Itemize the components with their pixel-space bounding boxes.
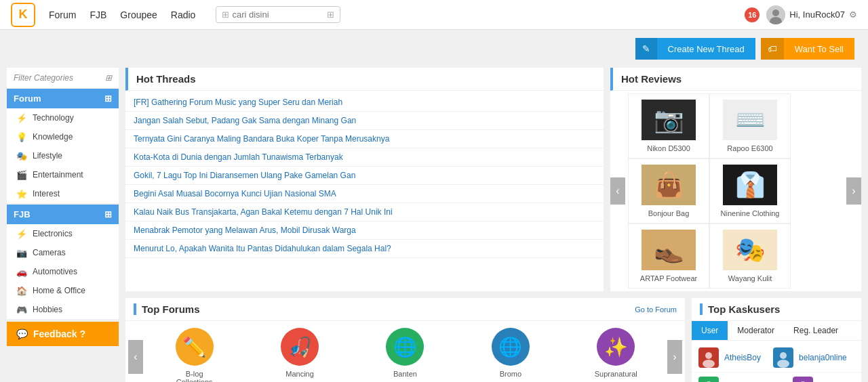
kaskuser-avatar-tempek	[698, 377, 719, 382]
fjb-expand-icon: ⊞	[104, 209, 112, 219]
kaskuser-name-atheisboy: AtheisBoy	[724, 353, 761, 362]
review-item-nikon[interactable]: 📷 Nikon D5300	[628, 93, 709, 158]
go-to-forum-link[interactable]: Go to Forum	[635, 305, 677, 314]
svg-point-12	[793, 377, 813, 382]
svg-point-5	[703, 360, 715, 368]
nav-forum[interactable]: Forum	[49, 9, 76, 20]
sidebar-item-home-office[interactable]: 🏠 Home & Office	[7, 281, 119, 300]
review-label-nikon: Nikon D5300	[634, 144, 703, 152]
reviews-next-button[interactable]: ›	[846, 177, 861, 205]
sidebar-item-hobbies[interactable]: 🎮 Hobbies	[7, 300, 119, 319]
hot-threads-panel: Hot Threads [FR] Gathering Forum Music y…	[125, 68, 604, 291]
review-item-footwear[interactable]: 👞 ARTAP Footwear	[628, 224, 709, 289]
forum-icon-blog: ✏️	[176, 328, 214, 366]
search-icon-right: ⊞	[327, 9, 334, 20]
thread-item[interactable]: Menurut Lo, Apakah Wanita Itu Pantas Did…	[125, 240, 604, 258]
review-item-clothing[interactable]: 👔 Ninenine Clothing	[709, 158, 791, 224]
search-icon-left: ⊞	[222, 9, 229, 20]
tab-moderator[interactable]: Moderator	[728, 321, 784, 340]
home-office-icon: 🏠	[16, 285, 27, 296]
sidebar-section-fjb: FJB ⊞ ⚡ Electronics 📷 Cameras 🚗 Automoti…	[7, 205, 119, 319]
sidebar-item-electronics[interactable]: ⚡ Electronics	[7, 224, 119, 243]
review-img-nikon: 📷	[642, 100, 696, 140]
review-label-wayang: Wayang Kulit	[715, 274, 785, 282]
automotives-icon: 🚗	[16, 266, 27, 277]
search-bar: ⊞ ⊞	[216, 6, 340, 23]
forum-item-blog[interactable]: ✏️ B-log Collections	[167, 328, 222, 382]
review-label-footwear: ARTAP Footwear	[634, 274, 703, 282]
forums-next-button[interactable]: ›	[667, 340, 682, 374]
sidebar-item-interest[interactable]: ⭐ Interest	[7, 184, 119, 203]
create-thread-button[interactable]: Create New Thread	[657, 38, 755, 60]
sidebar-item-automotives[interactable]: 🚗 Automotives	[7, 262, 119, 281]
thread-item[interactable]: Begini Asal Muasal Bocornya Kunci Ujian …	[125, 185, 604, 203]
search-input[interactable]	[232, 9, 327, 20]
sidebar-item-lifestyle[interactable]: 🎭 Lifestyle	[7, 146, 119, 165]
forum-item-mancing[interactable]: 🎣 Mancing	[273, 328, 327, 382]
sidebar-section-forum: Forum ⊞ ⚡ Technology 💡 Knowledge 🎭 Lifes…	[7, 89, 119, 203]
kaskuser-list: AtheisBoy belanja0nline tempek_goreng	[692, 341, 861, 382]
review-img-footwear: 👞	[642, 230, 696, 270]
review-item-bag[interactable]: 👜 Bonjour Bag	[628, 158, 709, 224]
review-item-rapoo[interactable]: ⌨️ Rapoo E6300	[709, 93, 791, 158]
thread-list: [FR] Gathering Forum Music yang Super Se…	[125, 91, 604, 261]
svg-point-9	[698, 377, 719, 382]
content-top: Hot Threads [FR] Gathering Forum Music y…	[125, 68, 861, 291]
sidebar-section-forum-title[interactable]: Forum ⊞	[7, 89, 119, 108]
thread-item[interactable]: Ternyata Gini Caranya Maling Bandara Buk…	[125, 130, 604, 148]
thread-item[interactable]: Kalau Naik Bus Transjakarta, Agan Bakal …	[125, 203, 604, 221]
reviews-prev-button[interactable]: ‹	[610, 177, 625, 205]
sidebar-item-knowledge[interactable]: 💡 Knowledge	[7, 127, 119, 146]
forum-item-bromo[interactable]: 🌐 Bromo	[484, 328, 538, 382]
kaskuser-item-atheisboy[interactable]: AtheisBoy belanja0nline	[692, 343, 861, 373]
want-to-sell-group: 🏷 Want To Sell	[761, 38, 854, 60]
forum-item-banten[interactable]: 🌐 Banten	[378, 328, 432, 382]
nav-radio[interactable]: Radio	[171, 9, 196, 20]
thread-item[interactable]: Kota-Kota di Dunia dengan Jumlah Tunawis…	[125, 148, 604, 167]
forum-label-supranatural: Supranatural	[595, 370, 637, 378]
hot-reviews-panel: Hot Reviews ‹ 📷 Nikon D5300	[610, 68, 861, 291]
top-kaskusers-header-row: Top Kaskusers	[692, 298, 861, 321]
tab-reg-leader[interactable]: Reg. Leader	[784, 321, 848, 340]
thread-item[interactable]: [FR] Gathering Forum Music yang Super Se…	[125, 93, 604, 112]
forum-icon-mancing: 🎣	[281, 328, 319, 366]
thread-item[interactable]: Jangan Salah Sebut, Padang Gak Sama deng…	[125, 112, 604, 130]
sidebar-section-fjb-title[interactable]: FJB ⊞	[7, 205, 119, 224]
svg-point-4	[705, 352, 712, 359]
kaskuser-avatar-ciimuetz	[793, 377, 813, 382]
user-greeting: Hi, InuRock07	[789, 9, 845, 20]
logo[interactable]: K	[11, 3, 35, 27]
filter-icon[interactable]: ⊞	[105, 73, 112, 83]
settings-icon[interactable]: ⚙	[849, 9, 857, 20]
sidebar-item-entertainment[interactable]: 🎬 Entertainment	[7, 165, 119, 184]
forums-items: ✏️ B-log Collections 🎣 Mancing 🌐 Banten	[143, 328, 667, 382]
forum-label-bromo: Bromo	[500, 370, 521, 378]
create-thread-icon: ✎	[635, 38, 657, 60]
main-layout: Filter Categories ⊞ Forum ⊞ ⚡ Technology…	[0, 68, 868, 382]
nav-fjb[interactable]: FJB	[90, 9, 106, 20]
svg-point-7	[780, 352, 787, 359]
forum-item-supranatural[interactable]: ✨ Supranatural	[589, 328, 643, 382]
feedback-button[interactable]: 💬 Feedback ?	[7, 322, 119, 346]
sell-icon: 🏷	[761, 38, 784, 60]
hot-threads-header: Hot Threads	[125, 68, 604, 91]
kaskuser-name-belanja: belanja0nline	[799, 353, 847, 362]
review-label-bag: Bonjour Bag	[634, 209, 703, 217]
kaskusers-tabs: User Moderator Reg. Leader	[692, 321, 861, 341]
review-img-bag: 👜	[642, 165, 696, 205]
review-item-wayang[interactable]: 🎭 Wayang Kulit	[709, 224, 791, 289]
top-forums-title: Top Forums	[134, 303, 200, 315]
avatar	[766, 5, 785, 24]
kaskuser-avatar-belanja	[773, 347, 793, 368]
nav-groupee[interactable]: Groupee	[120, 9, 157, 20]
thread-item[interactable]: Menabrak Pemotor yang Melawan Arus, Mobi…	[125, 221, 604, 240]
sidebar-item-technology[interactable]: ⚡ Technology	[7, 108, 119, 127]
sidebar-item-cameras[interactable]: 📷 Cameras	[7, 243, 119, 262]
hobbies-icon: 🎮	[16, 304, 27, 315]
want-to-sell-button[interactable]: Want To Sell	[784, 38, 854, 60]
notification-badge[interactable]: 16	[745, 7, 760, 22]
forums-prev-button[interactable]: ‹	[128, 340, 143, 374]
tab-user[interactable]: User	[692, 321, 728, 340]
kaskuser-item-tempek[interactable]: tempek_goreng ciimuetz	[692, 373, 861, 382]
thread-item[interactable]: Gokil, 7 Lagu Top Ini Diaransemen Ulang …	[125, 167, 604, 185]
